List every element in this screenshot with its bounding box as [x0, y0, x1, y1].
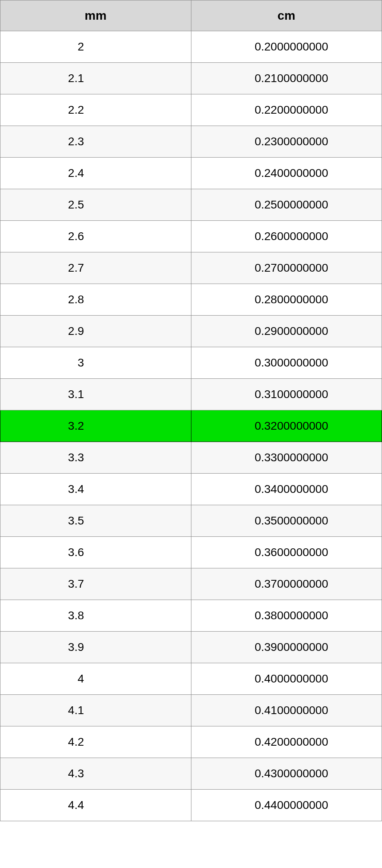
cell-mm: 2.3: [0, 126, 191, 158]
cell-cm: 0.3900000000: [191, 632, 382, 663]
cell-mm: 4.3: [0, 758, 191, 790]
table-row: 3.70.3700000000: [0, 568, 382, 600]
table-row: 2.20.2200000000: [0, 94, 382, 126]
cell-cm: 0.4400000000: [191, 790, 382, 821]
cell-mm: 3.2: [0, 410, 191, 442]
cell-mm: 2.6: [0, 221, 191, 252]
cell-cm: 0.3300000000: [191, 442, 382, 474]
cell-cm: 0.3100000000: [191, 379, 382, 410]
cell-cm: 0.4300000000: [191, 758, 382, 790]
cell-cm: 0.3600000000: [191, 537, 382, 568]
table-header-row: mm cm: [0, 0, 382, 31]
cell-mm: 3.9: [0, 632, 191, 663]
table-row: 3.50.3500000000: [0, 505, 382, 537]
table-row: 2.70.2700000000: [0, 252, 382, 284]
cell-mm: 3.7: [0, 568, 191, 600]
cell-cm: 0.2100000000: [191, 63, 382, 94]
table-row: 2.60.2600000000: [0, 221, 382, 252]
cell-cm: 0.2900000000: [191, 316, 382, 347]
cell-cm: 0.4200000000: [191, 726, 382, 758]
cell-mm: 4.4: [0, 790, 191, 821]
cell-mm: 2.7: [0, 252, 191, 284]
table-body: 20.20000000002.10.21000000002.20.2200000…: [0, 31, 382, 821]
cell-cm: 0.3200000000: [191, 410, 382, 442]
table-row: 4.30.4300000000: [0, 758, 382, 790]
table-row: 3.40.3400000000: [0, 474, 382, 505]
cell-mm: 2.1: [0, 63, 191, 94]
cell-cm: 0.3400000000: [191, 474, 382, 505]
table-row: 2.40.2400000000: [0, 158, 382, 189]
table-row: 30.3000000000: [0, 347, 382, 379]
cell-mm: 2: [0, 31, 191, 63]
cell-cm: 0.2500000000: [191, 189, 382, 221]
cell-mm: 4.1: [0, 695, 191, 726]
header-cm: cm: [191, 0, 382, 31]
table-row: 2.80.2800000000: [0, 284, 382, 316]
cell-cm: 0.2700000000: [191, 252, 382, 284]
table-row: 20.2000000000: [0, 31, 382, 63]
cell-mm: 4: [0, 663, 191, 695]
cell-mm: 2.8: [0, 284, 191, 316]
cell-cm: 0.2600000000: [191, 221, 382, 252]
table-row: 4.40.4400000000: [0, 790, 382, 821]
cell-mm: 3.8: [0, 600, 191, 632]
cell-mm: 3.4: [0, 474, 191, 505]
cell-cm: 0.2800000000: [191, 284, 382, 316]
cell-cm: 0.4000000000: [191, 663, 382, 695]
cell-mm: 2.5: [0, 189, 191, 221]
cell-mm: 2.4: [0, 158, 191, 189]
cell-mm: 3.5: [0, 505, 191, 537]
cell-mm: 2.2: [0, 94, 191, 126]
table-row: 40.4000000000: [0, 663, 382, 695]
cell-mm: 3.6: [0, 537, 191, 568]
cell-cm: 0.3500000000: [191, 505, 382, 537]
conversion-table: mm cm 20.20000000002.10.21000000002.20.2…: [0, 0, 382, 821]
cell-cm: 0.2000000000: [191, 31, 382, 63]
cell-mm: 3.3: [0, 442, 191, 474]
table-row: 3.10.3100000000: [0, 379, 382, 410]
cell-cm: 0.2400000000: [191, 158, 382, 189]
table-row: 4.10.4100000000: [0, 695, 382, 726]
table-row: 3.20.3200000000: [0, 410, 382, 442]
cell-cm: 0.3700000000: [191, 568, 382, 600]
table-row: 3.90.3900000000: [0, 632, 382, 663]
table-row: 3.60.3600000000: [0, 537, 382, 568]
cell-cm: 0.2300000000: [191, 126, 382, 158]
cell-mm: 2.9: [0, 316, 191, 347]
cell-cm: 0.3000000000: [191, 347, 382, 379]
cell-cm: 0.3800000000: [191, 600, 382, 632]
cell-cm: 0.2200000000: [191, 94, 382, 126]
cell-mm: 3.1: [0, 379, 191, 410]
table-row: 2.90.2900000000: [0, 316, 382, 347]
table-row: 3.80.3800000000: [0, 600, 382, 632]
cell-mm: 3: [0, 347, 191, 379]
table-row: 2.30.2300000000: [0, 126, 382, 158]
cell-cm: 0.4100000000: [191, 695, 382, 726]
header-mm: mm: [0, 0, 191, 31]
table-row: 3.30.3300000000: [0, 442, 382, 474]
table-row: 2.50.2500000000: [0, 189, 382, 221]
table-row: 2.10.2100000000: [0, 63, 382, 94]
cell-mm: 4.2: [0, 726, 191, 758]
table-row: 4.20.4200000000: [0, 726, 382, 758]
